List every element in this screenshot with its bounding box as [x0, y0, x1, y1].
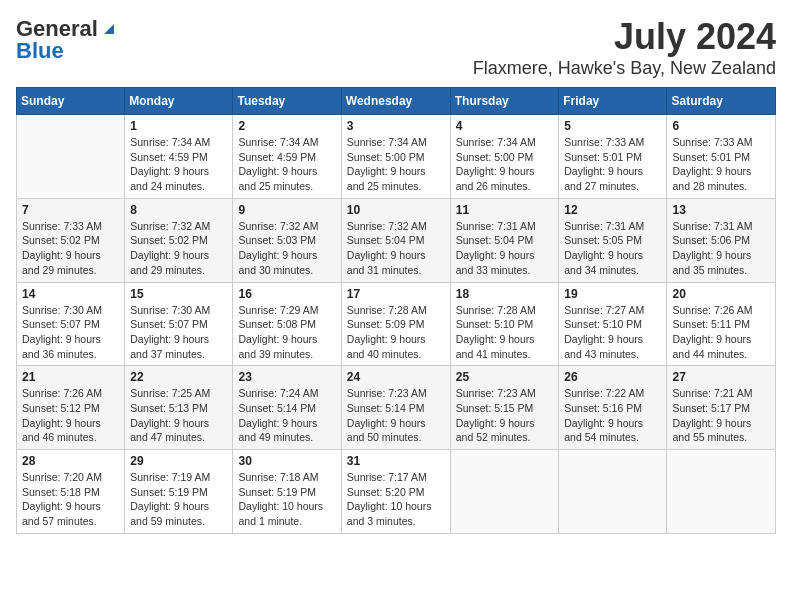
calendar-cell: 10Sunrise: 7:32 AMSunset: 5:04 PMDayligh…: [341, 198, 450, 282]
calendar-cell: 11Sunrise: 7:31 AMSunset: 5:04 PMDayligh…: [450, 198, 559, 282]
day-number: 20: [672, 287, 770, 301]
day-info: Sunrise: 7:23 AMSunset: 5:15 PMDaylight:…: [456, 386, 554, 445]
day-info: Sunrise: 7:26 AMSunset: 5:12 PMDaylight:…: [22, 386, 119, 445]
day-header-wednesday: Wednesday: [341, 88, 450, 115]
day-number: 9: [238, 203, 335, 217]
calendar-cell: [450, 450, 559, 534]
day-number: 13: [672, 203, 770, 217]
day-info: Sunrise: 7:28 AMSunset: 5:10 PMDaylight:…: [456, 303, 554, 362]
calendar-cell: 19Sunrise: 7:27 AMSunset: 5:10 PMDayligh…: [559, 282, 667, 366]
calendar-cell: 14Sunrise: 7:30 AMSunset: 5:07 PMDayligh…: [17, 282, 125, 366]
day-number: 1: [130, 119, 227, 133]
day-number: 21: [22, 370, 119, 384]
calendar-cell: 13Sunrise: 7:31 AMSunset: 5:06 PMDayligh…: [667, 198, 776, 282]
day-number: 28: [22, 454, 119, 468]
day-number: 30: [238, 454, 335, 468]
day-number: 24: [347, 370, 445, 384]
calendar-cell: 4Sunrise: 7:34 AMSunset: 5:00 PMDaylight…: [450, 115, 559, 199]
calendar-cell: 21Sunrise: 7:26 AMSunset: 5:12 PMDayligh…: [17, 366, 125, 450]
calendar-cell: 16Sunrise: 7:29 AMSunset: 5:08 PMDayligh…: [233, 282, 341, 366]
calendar-cell: [17, 115, 125, 199]
day-info: Sunrise: 7:30 AMSunset: 5:07 PMDaylight:…: [130, 303, 227, 362]
day-info: Sunrise: 7:30 AMSunset: 5:07 PMDaylight:…: [22, 303, 119, 362]
day-info: Sunrise: 7:34 AMSunset: 4:59 PMDaylight:…: [130, 135, 227, 194]
day-number: 16: [238, 287, 335, 301]
day-number: 11: [456, 203, 554, 217]
calendar-week-row: 28Sunrise: 7:20 AMSunset: 5:18 PMDayligh…: [17, 450, 776, 534]
calendar-cell: 29Sunrise: 7:19 AMSunset: 5:19 PMDayligh…: [125, 450, 233, 534]
day-header-tuesday: Tuesday: [233, 88, 341, 115]
day-number: 22: [130, 370, 227, 384]
calendar-cell: 22Sunrise: 7:25 AMSunset: 5:13 PMDayligh…: [125, 366, 233, 450]
day-header-friday: Friday: [559, 88, 667, 115]
calendar-header-row: SundayMondayTuesdayWednesdayThursdayFrid…: [17, 88, 776, 115]
day-number: 29: [130, 454, 227, 468]
calendar-cell: [559, 450, 667, 534]
day-info: Sunrise: 7:28 AMSunset: 5:09 PMDaylight:…: [347, 303, 445, 362]
day-info: Sunrise: 7:32 AMSunset: 5:02 PMDaylight:…: [130, 219, 227, 278]
title-block: July 2024 Flaxmere, Hawke's Bay, New Zea…: [473, 16, 776, 79]
calendar-cell: [667, 450, 776, 534]
calendar-cell: 7Sunrise: 7:33 AMSunset: 5:02 PMDaylight…: [17, 198, 125, 282]
day-number: 19: [564, 287, 661, 301]
day-info: Sunrise: 7:21 AMSunset: 5:17 PMDaylight:…: [672, 386, 770, 445]
calendar-cell: 17Sunrise: 7:28 AMSunset: 5:09 PMDayligh…: [341, 282, 450, 366]
day-info: Sunrise: 7:29 AMSunset: 5:08 PMDaylight:…: [238, 303, 335, 362]
calendar-cell: 20Sunrise: 7:26 AMSunset: 5:11 PMDayligh…: [667, 282, 776, 366]
calendar-cell: 12Sunrise: 7:31 AMSunset: 5:05 PMDayligh…: [559, 198, 667, 282]
calendar-subtitle: Flaxmere, Hawke's Bay, New Zealand: [473, 58, 776, 79]
day-number: 18: [456, 287, 554, 301]
day-number: 2: [238, 119, 335, 133]
calendar-cell: 31Sunrise: 7:17 AMSunset: 5:20 PMDayligh…: [341, 450, 450, 534]
day-number: 17: [347, 287, 445, 301]
calendar-week-row: 14Sunrise: 7:30 AMSunset: 5:07 PMDayligh…: [17, 282, 776, 366]
day-info: Sunrise: 7:31 AMSunset: 5:05 PMDaylight:…: [564, 219, 661, 278]
day-number: 10: [347, 203, 445, 217]
logo: General Blue: [16, 16, 118, 64]
day-header-monday: Monday: [125, 88, 233, 115]
day-info: Sunrise: 7:20 AMSunset: 5:18 PMDaylight:…: [22, 470, 119, 529]
calendar-cell: 6Sunrise: 7:33 AMSunset: 5:01 PMDaylight…: [667, 115, 776, 199]
day-info: Sunrise: 7:19 AMSunset: 5:19 PMDaylight:…: [130, 470, 227, 529]
calendar-cell: 9Sunrise: 7:32 AMSunset: 5:03 PMDaylight…: [233, 198, 341, 282]
day-info: Sunrise: 7:33 AMSunset: 5:01 PMDaylight:…: [672, 135, 770, 194]
calendar-table: SundayMondayTuesdayWednesdayThursdayFrid…: [16, 87, 776, 534]
calendar-week-row: 1Sunrise: 7:34 AMSunset: 4:59 PMDaylight…: [17, 115, 776, 199]
calendar-cell: 18Sunrise: 7:28 AMSunset: 5:10 PMDayligh…: [450, 282, 559, 366]
calendar-cell: 30Sunrise: 7:18 AMSunset: 5:19 PMDayligh…: [233, 450, 341, 534]
calendar-cell: 2Sunrise: 7:34 AMSunset: 4:59 PMDaylight…: [233, 115, 341, 199]
day-info: Sunrise: 7:17 AMSunset: 5:20 PMDaylight:…: [347, 470, 445, 529]
day-info: Sunrise: 7:25 AMSunset: 5:13 PMDaylight:…: [130, 386, 227, 445]
calendar-title: July 2024: [473, 16, 776, 58]
day-number: 27: [672, 370, 770, 384]
calendar-week-row: 7Sunrise: 7:33 AMSunset: 5:02 PMDaylight…: [17, 198, 776, 282]
day-info: Sunrise: 7:18 AMSunset: 5:19 PMDaylight:…: [238, 470, 335, 529]
calendar-cell: 26Sunrise: 7:22 AMSunset: 5:16 PMDayligh…: [559, 366, 667, 450]
day-info: Sunrise: 7:34 AMSunset: 5:00 PMDaylight:…: [347, 135, 445, 194]
day-header-sunday: Sunday: [17, 88, 125, 115]
day-info: Sunrise: 7:33 AMSunset: 5:01 PMDaylight:…: [564, 135, 661, 194]
day-info: Sunrise: 7:31 AMSunset: 5:06 PMDaylight:…: [672, 219, 770, 278]
calendar-cell: 8Sunrise: 7:32 AMSunset: 5:02 PMDaylight…: [125, 198, 233, 282]
day-number: 25: [456, 370, 554, 384]
calendar-cell: 3Sunrise: 7:34 AMSunset: 5:00 PMDaylight…: [341, 115, 450, 199]
day-number: 7: [22, 203, 119, 217]
calendar-cell: 23Sunrise: 7:24 AMSunset: 5:14 PMDayligh…: [233, 366, 341, 450]
day-number: 12: [564, 203, 661, 217]
calendar-cell: 15Sunrise: 7:30 AMSunset: 5:07 PMDayligh…: [125, 282, 233, 366]
calendar-cell: 5Sunrise: 7:33 AMSunset: 5:01 PMDaylight…: [559, 115, 667, 199]
day-header-saturday: Saturday: [667, 88, 776, 115]
day-number: 4: [456, 119, 554, 133]
calendar-cell: 27Sunrise: 7:21 AMSunset: 5:17 PMDayligh…: [667, 366, 776, 450]
day-number: 31: [347, 454, 445, 468]
day-number: 26: [564, 370, 661, 384]
day-info: Sunrise: 7:32 AMSunset: 5:04 PMDaylight:…: [347, 219, 445, 278]
calendar-cell: 1Sunrise: 7:34 AMSunset: 4:59 PMDaylight…: [125, 115, 233, 199]
calendar-cell: 24Sunrise: 7:23 AMSunset: 5:14 PMDayligh…: [341, 366, 450, 450]
day-number: 3: [347, 119, 445, 133]
logo-blue-text: Blue: [16, 38, 64, 64]
calendar-cell: 28Sunrise: 7:20 AMSunset: 5:18 PMDayligh…: [17, 450, 125, 534]
day-number: 5: [564, 119, 661, 133]
day-number: 14: [22, 287, 119, 301]
logo-triangle-icon: [100, 20, 118, 38]
